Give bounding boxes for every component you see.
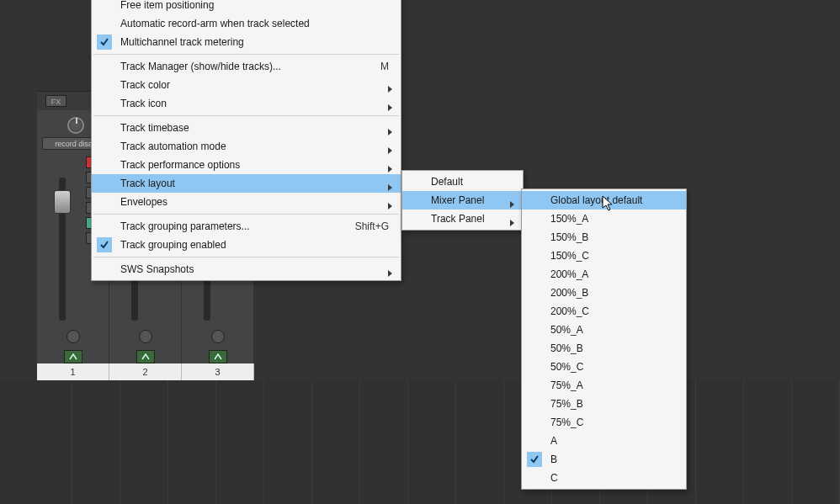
menu-item[interactable]: A [522,432,686,450]
menu-item[interactable]: 50%_B [522,339,686,358]
menu-item-label: Track color [120,79,170,91]
menu-item-label: 75%_C [550,416,583,428]
menu-item-label: Track timebase [120,122,189,134]
menu-item-label: B [550,454,557,465]
menu-item-label: Automatic record-arm when track selected [120,18,310,29]
menu-item[interactable]: SWS Snapshots [92,260,401,279]
menu-item[interactable]: 200%_A [522,265,686,284]
track-layout-submenu: DefaultMixer PanelTrack Panel [401,170,524,231]
menu-item-label: C [550,472,558,484]
menu-item-label: Free item positioning [120,0,214,11]
menu-separator [93,257,399,257]
send-knob[interactable] [37,330,109,343]
menu-item-label: Track layout [120,178,175,189]
menu-item-label: Multichannel track metering [120,36,244,48]
menu-item[interactable]: 50%_A [522,321,686,339]
menu-item-label: 200%_A [550,268,588,280]
chevron-right-icon [387,265,394,284]
chevron-right-icon [387,198,394,216]
menu-item[interactable]: Track automation mode [92,137,401,156]
menu-item-label: 75%_B [550,398,583,410]
menu-item[interactable]: 75%_B [522,395,686,413]
menu-item[interactable]: 150%_A [522,210,686,228]
fx-button[interactable]: FX [45,95,66,107]
menu-item[interactable]: Track Manager (show/hide tracks)...M [92,57,401,76]
send-knob[interactable] [182,330,253,343]
menu-item[interactable]: Track timebase [92,119,401,137]
menu-item[interactable]: Track performance options [92,156,401,174]
menu-item[interactable]: Track grouping parameters...Shift+G [92,217,401,236]
menu-item-label: 150%_A [550,213,588,225]
menu-item[interactable]: 200%_B [522,284,686,302]
menu-item-label: 50%_A [550,324,583,336]
menu-item[interactable]: C [522,469,686,487]
menu-item[interactable]: 75%_A [522,376,686,395]
menu-item-label: Track performance options [120,159,240,171]
menu-item[interactable]: 150%_B [522,228,686,247]
menu-item-label: 75%_A [550,379,583,391]
send-knob[interactable] [109,330,181,343]
menu-item[interactable]: Track grouping enabled [92,236,401,254]
menu-item[interactable]: 75%_C [522,413,686,432]
menu-item-label: Envelopes [120,196,167,208]
menu-item[interactable]: Track layout [92,174,401,193]
menu-item[interactable]: 200%_C [522,302,686,321]
channel-label[interactable]: 3 [182,363,254,380]
menu-item-label: 150%_C [550,250,589,262]
fader-cap[interactable] [54,190,71,214]
menu-item-label: Default [431,176,463,188]
menu-item-label: Track automation mode [120,141,226,152]
menu-item-label: 150%_B [550,231,588,243]
menu-separator [93,214,399,215]
menu-item-label: Track grouping enabled [120,239,226,251]
route-button[interactable] [182,350,253,363]
menu-item-label: Track icon [120,98,167,109]
check-icon [97,34,112,50]
menu-item[interactable]: Multichannel track metering [92,33,401,51]
menu-shortcut: Shift+G [355,217,389,236]
menu-item[interactable]: 50%_C [522,358,686,376]
menu-item[interactable]: Track icon [92,94,401,113]
menu-item-label: 200%_C [550,305,589,317]
menu-item[interactable]: Track color [92,76,401,94]
track-context-menu: Free item positioningAutomatic record-ar… [91,0,401,281]
pan-knob[interactable] [67,117,84,134]
timeline[interactable] [0,380,840,504]
menu-item[interactable]: Mixer Panel [402,191,523,210]
menu-item[interactable]: Envelopes [92,193,401,211]
menu-item-label: Track Manager (show/hide tracks)... [120,61,281,72]
menu-item-label: SWS Snapshots [120,263,194,275]
menu-item-label: Mixer Panel [431,194,484,206]
menu-item-label: Global layout default [550,194,642,206]
menu-item-label: A [550,435,557,447]
route-button[interactable] [37,350,109,363]
mixer-panel-submenu: Global layout default150%_A150%_B150%_C2… [521,188,687,490]
menu-item[interactable]: Free item positioning [92,0,401,14]
channel-label[interactable]: 2 [109,363,182,380]
menu-item[interactable]: B [522,450,686,469]
menu-item-label: 200%_B [550,287,588,299]
menu-item[interactable]: Track Panel [402,210,523,228]
menu-item[interactable]: 150%_C [522,247,686,265]
menu-item[interactable]: Default [402,172,523,191]
check-icon [527,452,542,467]
menu-shortcut: M [380,57,389,76]
check-icon [97,237,112,252]
menu-item[interactable]: Global layout default [522,191,686,210]
menu-item[interactable]: Automatic record-arm when track selected [92,14,401,33]
chevron-right-icon [387,99,394,118]
channel-label[interactable]: 1 [37,363,109,380]
menu-item-label: 50%_B [550,342,583,354]
menu-item-label: Track Panel [431,213,485,225]
menu-separator [93,54,399,55]
mixer-label-row: 1 2 3 [37,363,254,380]
menu-item-label: Track grouping parameters... [120,220,250,232]
menu-item-label: 50%_C [550,361,583,373]
chevron-right-icon [509,215,516,233]
menu-separator [93,115,399,116]
route-button[interactable] [109,350,181,363]
